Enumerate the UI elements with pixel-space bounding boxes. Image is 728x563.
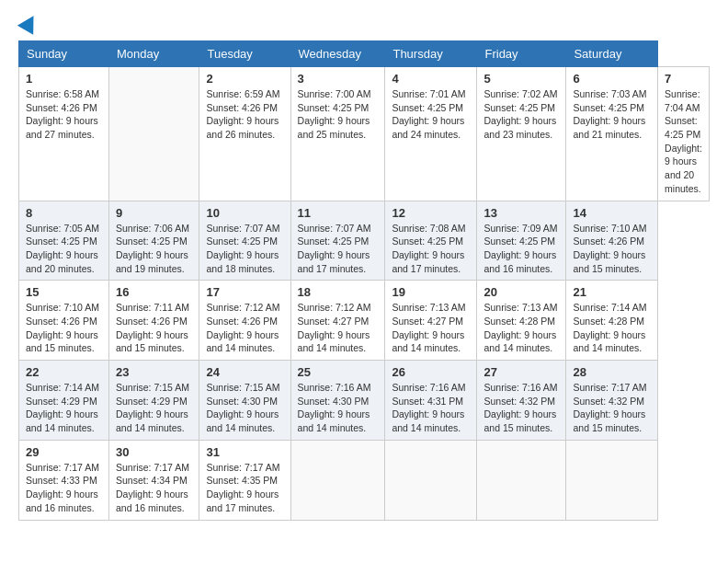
day-number: 20: [483, 285, 559, 299]
day-number: 2: [206, 72, 283, 86]
day-info: Sunrise: 7:14 AMSunset: 4:29 PMDaylight:…: [26, 381, 102, 435]
day-number: 16: [116, 285, 192, 299]
day-info: Sunrise: 7:15 AMSunset: 4:30 PMDaylight:…: [206, 381, 283, 435]
calendar-week-row: 22Sunrise: 7:14 AMSunset: 4:29 PMDayligh…: [19, 361, 710, 441]
day-info: Sunrise: 7:16 AMSunset: 4:31 PMDaylight:…: [392, 381, 470, 435]
calendar-cell: 11Sunrise: 7:07 AMSunset: 4:25 PMDayligh…: [290, 201, 385, 281]
day-info: Sunrise: 7:08 AMSunset: 4:25 PMDaylight:…: [392, 222, 470, 276]
day-number: 21: [573, 285, 651, 299]
day-info: Sunrise: 7:16 AMSunset: 4:30 PMDaylight:…: [298, 381, 379, 435]
calendar-cell: 18Sunrise: 7:12 AMSunset: 4:27 PMDayligh…: [290, 281, 385, 361]
day-of-week-header: Saturday: [566, 41, 658, 67]
calendar-week-row: 1Sunrise: 6:58 AMSunset: 4:26 PMDaylight…: [19, 67, 710, 201]
day-number: 11: [298, 206, 379, 220]
day-number: 13: [483, 206, 559, 220]
calendar-cell: [566, 440, 658, 520]
calendar-cell: [385, 440, 477, 520]
day-number: 3: [298, 72, 379, 86]
calendar-cell: 10Sunrise: 7:07 AMSunset: 4:25 PMDayligh…: [199, 201, 290, 281]
calendar-cell: 19Sunrise: 7:13 AMSunset: 4:27 PMDayligh…: [385, 281, 477, 361]
day-number: 25: [298, 365, 379, 379]
day-info: Sunrise: 7:10 AMSunset: 4:26 PMDaylight:…: [26, 301, 102, 355]
calendar-week-row: 8Sunrise: 7:05 AMSunset: 4:25 PMDaylight…: [19, 201, 710, 281]
calendar-header-row: SundayMondayTuesdayWednesdayThursdayFrid…: [19, 41, 710, 67]
day-info: Sunrise: 7:12 AMSunset: 4:27 PMDaylight:…: [298, 301, 379, 355]
calendar-cell: [290, 440, 385, 520]
day-info: Sunrise: 7:03 AMSunset: 4:25 PMDaylight:…: [573, 87, 651, 142]
calendar-cell: 27Sunrise: 7:16 AMSunset: 4:32 PMDayligh…: [477, 361, 566, 441]
day-number: 8: [26, 206, 102, 220]
day-info: Sunrise: 7:04 AMSunset: 4:25 PMDaylight:…: [665, 87, 702, 196]
day-number: 27: [483, 365, 559, 379]
day-number: 24: [206, 365, 283, 379]
day-info: Sunrise: 7:07 AMSunset: 4:25 PMDaylight:…: [206, 222, 283, 276]
day-number: 22: [26, 365, 102, 379]
day-info: Sunrise: 7:06 AMSunset: 4:25 PMDaylight:…: [116, 222, 192, 276]
day-number: 7: [665, 72, 702, 86]
day-info: Sunrise: 7:12 AMSunset: 4:26 PMDaylight:…: [206, 301, 283, 355]
day-info: Sunrise: 7:17 AMSunset: 4:35 PMDaylight:…: [206, 461, 283, 515]
calendar-cell: [109, 67, 199, 201]
calendar-cell: 20Sunrise: 7:13 AMSunset: 4:28 PMDayligh…: [477, 281, 566, 361]
day-of-week-header: Thursday: [385, 41, 477, 67]
day-number: 15: [26, 285, 102, 299]
calendar-cell: 28Sunrise: 7:17 AMSunset: 4:32 PMDayligh…: [566, 361, 658, 441]
calendar-cell: [477, 440, 566, 520]
day-info: Sunrise: 7:02 AMSunset: 4:25 PMDaylight:…: [483, 87, 559, 142]
day-number: 12: [392, 206, 470, 220]
day-number: 23: [116, 365, 192, 379]
calendar-cell: 3Sunrise: 7:00 AMSunset: 4:25 PMDaylight…: [290, 67, 385, 201]
calendar-cell: 21Sunrise: 7:14 AMSunset: 4:28 PMDayligh…: [566, 281, 658, 361]
calendar-cell: 2Sunrise: 6:59 AMSunset: 4:26 PMDaylight…: [199, 67, 290, 201]
day-number: 1: [26, 72, 102, 86]
day-info: Sunrise: 7:13 AMSunset: 4:27 PMDaylight:…: [392, 301, 470, 355]
calendar-cell: 23Sunrise: 7:15 AMSunset: 4:29 PMDayligh…: [109, 361, 199, 441]
calendar-cell: 13Sunrise: 7:09 AMSunset: 4:25 PMDayligh…: [477, 201, 566, 281]
calendar-cell: 7Sunrise: 7:04 AMSunset: 4:25 PMDaylight…: [658, 67, 710, 201]
calendar-cell: 12Sunrise: 7:08 AMSunset: 4:25 PMDayligh…: [385, 201, 477, 281]
day-number: 19: [392, 285, 470, 299]
calendar-cell: 4Sunrise: 7:01 AMSunset: 4:25 PMDaylight…: [385, 67, 477, 201]
calendar-cell: 1Sunrise: 6:58 AMSunset: 4:26 PMDaylight…: [19, 67, 109, 201]
day-number: 6: [573, 72, 651, 86]
day-info: Sunrise: 6:59 AMSunset: 4:26 PMDaylight:…: [206, 87, 283, 142]
day-info: Sunrise: 7:05 AMSunset: 4:25 PMDaylight:…: [26, 222, 102, 276]
calendar-cell: 9Sunrise: 7:06 AMSunset: 4:25 PMDaylight…: [109, 201, 199, 281]
calendar-table: SundayMondayTuesdayWednesdayThursdayFrid…: [18, 40, 710, 521]
day-info: Sunrise: 7:07 AMSunset: 4:25 PMDaylight:…: [298, 222, 379, 276]
calendar-week-row: 15Sunrise: 7:10 AMSunset: 4:26 PMDayligh…: [19, 281, 710, 361]
calendar-cell: 24Sunrise: 7:15 AMSunset: 4:30 PMDayligh…: [199, 361, 290, 441]
day-info: Sunrise: 7:09 AMSunset: 4:25 PMDaylight:…: [483, 222, 559, 276]
day-number: 9: [116, 206, 192, 220]
day-number: 26: [392, 365, 470, 379]
calendar-cell: 30Sunrise: 7:17 AMSunset: 4:34 PMDayligh…: [109, 440, 199, 520]
day-of-week-header: Sunday: [19, 41, 109, 67]
day-number: 5: [483, 72, 559, 86]
calendar-cell: 31Sunrise: 7:17 AMSunset: 4:35 PMDayligh…: [199, 440, 290, 520]
calendar-cell: 16Sunrise: 7:11 AMSunset: 4:26 PMDayligh…: [109, 281, 199, 361]
day-number: 18: [298, 285, 379, 299]
calendar-cell: 26Sunrise: 7:16 AMSunset: 4:31 PMDayligh…: [385, 361, 477, 441]
day-number: 14: [573, 206, 651, 220]
day-number: 29: [26, 445, 102, 459]
day-info: Sunrise: 7:01 AMSunset: 4:25 PMDaylight:…: [392, 87, 470, 142]
page-header: [18, 15, 710, 31]
logo: [18, 15, 39, 31]
day-info: Sunrise: 6:58 AMSunset: 4:26 PMDaylight:…: [26, 87, 102, 142]
day-info: Sunrise: 7:17 AMSunset: 4:33 PMDaylight:…: [26, 461, 102, 515]
day-info: Sunrise: 7:10 AMSunset: 4:26 PMDaylight:…: [573, 222, 651, 276]
calendar-cell: 6Sunrise: 7:03 AMSunset: 4:25 PMDaylight…: [566, 67, 658, 201]
calendar-cell: 8Sunrise: 7:05 AMSunset: 4:25 PMDaylight…: [19, 201, 109, 281]
day-info: Sunrise: 7:16 AMSunset: 4:32 PMDaylight:…: [483, 381, 559, 435]
day-number: 30: [116, 445, 192, 459]
calendar-cell: 15Sunrise: 7:10 AMSunset: 4:26 PMDayligh…: [19, 281, 109, 361]
day-number: 17: [206, 285, 283, 299]
day-info: Sunrise: 7:17 AMSunset: 4:32 PMDaylight:…: [573, 381, 651, 435]
logo-triangle-icon: [17, 11, 41, 35]
day-info: Sunrise: 7:00 AMSunset: 4:25 PMDaylight:…: [298, 87, 379, 142]
calendar-cell: 14Sunrise: 7:10 AMSunset: 4:26 PMDayligh…: [566, 201, 658, 281]
calendar-week-row: 29Sunrise: 7:17 AMSunset: 4:33 PMDayligh…: [19, 440, 710, 520]
day-number: 4: [392, 72, 470, 86]
day-info: Sunrise: 7:17 AMSunset: 4:34 PMDaylight:…: [116, 461, 192, 515]
calendar-cell: 5Sunrise: 7:02 AMSunset: 4:25 PMDaylight…: [477, 67, 566, 201]
